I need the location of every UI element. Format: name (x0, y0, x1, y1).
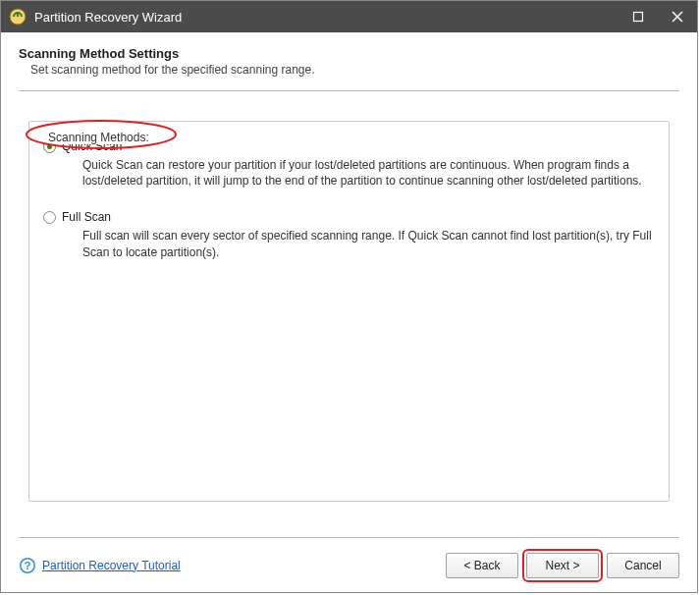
radio-icon (43, 211, 56, 224)
help-link[interactable]: Partition Recovery Tutorial (42, 559, 181, 572)
scanning-methods-fieldset: Scanning Methods: Quick Scan Quick Scan … (28, 121, 670, 502)
svg-rect-1 (17, 12, 19, 17)
help-icon: ? (19, 557, 36, 574)
close-icon (672, 11, 683, 23)
help-section: ? Partition Recovery Tutorial (19, 557, 446, 574)
option-quick-scan: Quick Scan Quick Scan can restore your p… (43, 139, 655, 189)
header-section: Scanning Method Settings Set scanning me… (1, 32, 697, 84)
close-button[interactable] (658, 1, 697, 32)
footer: ? Partition Recovery Tutorial < Back Nex… (19, 537, 679, 592)
app-icon (9, 8, 27, 26)
option-full-scan: Full Scan Full scan will scan every sect… (43, 210, 655, 259)
window-controls (619, 1, 697, 32)
titlebar: Partition Recovery Wizard (1, 1, 697, 32)
maximize-icon (632, 11, 644, 23)
button-row: < Back Next > Cancel (446, 553, 679, 578)
option-description: Quick Scan can restore your partition if… (82, 157, 655, 189)
wizard-window: Partition Recovery Wizard Scanning Metho… (0, 0, 698, 593)
svg-rect-2 (634, 13, 643, 22)
option-description: Full scan will scan every sector of spec… (82, 228, 655, 259)
page-subheading: Set scanning method for the specified sc… (30, 63, 679, 77)
svg-text:?: ? (25, 560, 31, 571)
maximize-button[interactable] (619, 1, 658, 32)
options-box: Quick Scan Quick Scan can restore your p… (28, 121, 670, 502)
back-button[interactable]: < Back (446, 553, 518, 578)
page-heading: Scanning Method Settings (19, 46, 679, 61)
content-area: Scanning Methods: Quick Scan Quick Scan … (1, 91, 697, 537)
fieldset-legend: Scanning Methods: (44, 131, 153, 144)
next-button[interactable]: Next > (526, 553, 599, 578)
cancel-button[interactable]: Cancel (607, 553, 679, 578)
radio-full-scan[interactable]: Full Scan (43, 210, 655, 224)
window-title: Partition Recovery Wizard (34, 10, 619, 25)
option-label: Full Scan (62, 210, 111, 224)
